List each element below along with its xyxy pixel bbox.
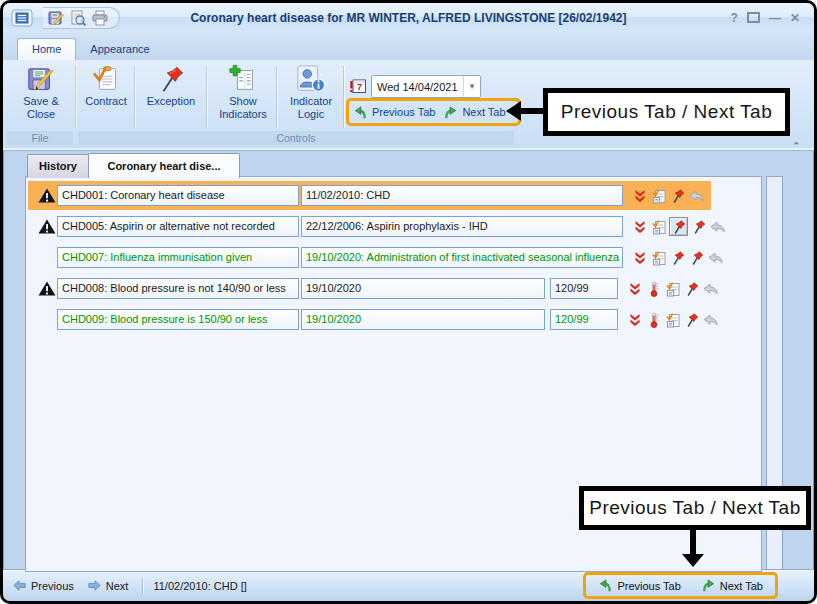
tab-history[interactable]: History	[27, 154, 89, 178]
save-close-button[interactable]: Save & Close	[11, 63, 71, 121]
window-title: Coronary heart disease for MR WINTER, AL…	[123, 11, 694, 25]
expand-icon[interactable]	[631, 187, 648, 204]
indicator-detail-field[interactable]: 11/02/2010: CHD	[301, 185, 623, 206]
previous-record-button[interactable]: Previous	[13, 580, 74, 592]
warning-icon	[38, 281, 56, 296]
app-menu-icon	[11, 9, 33, 27]
indicator-code-field[interactable]: CHD007: Influenza immunisation given	[57, 247, 299, 268]
undo-icon[interactable]	[688, 187, 705, 204]
app-window: Coronary heart disease for MR WINTER, AL…	[0, 0, 817, 604]
show-indicators-button[interactable]: Show Indicators	[211, 63, 275, 121]
indicator-detail-field[interactable]: 19/10/2020	[301, 278, 545, 299]
tab-home[interactable]: Home	[17, 38, 76, 60]
ribbon-tabstrip: Home Appearance	[3, 33, 814, 60]
row-actions	[631, 217, 726, 236]
indicator-row[interactable]: CHD007: Influenza immunisation given 19/…	[38, 246, 724, 269]
next-tab-button-statusbar[interactable]: Next Tab	[701, 578, 763, 593]
exception-flag-icon[interactable]	[669, 249, 686, 266]
previous-record-label: Previous	[31, 580, 74, 592]
close-icon[interactable]: ✕	[790, 12, 800, 24]
row-actions	[631, 187, 705, 204]
maximize-icon[interactable]	[747, 12, 760, 25]
indicator-value-field[interactable]: 120/99	[550, 309, 618, 330]
exception-flag-active-icon[interactable]	[669, 217, 688, 236]
exception-flag-icon[interactable]	[669, 187, 686, 204]
exception-flag-icon[interactable]	[690, 218, 707, 235]
minimize-icon[interactable]: —	[769, 12, 781, 24]
save-close-icon	[26, 63, 56, 95]
exception-label: Exception	[147, 95, 195, 108]
print-preview-icon[interactable]	[69, 9, 87, 27]
exception-button[interactable]: Exception	[139, 63, 203, 108]
titlebar: Coronary heart disease for MR WINTER, AL…	[3, 3, 814, 34]
undo-icon[interactable]	[709, 218, 726, 235]
contract-icon[interactable]	[664, 311, 681, 328]
thermometer-icon[interactable]	[645, 280, 662, 297]
file-group-caption: File	[7, 131, 73, 145]
expand-icon[interactable]	[626, 280, 643, 297]
expand-icon[interactable]	[626, 311, 643, 328]
controls-group-caption: Controls	[78, 131, 514, 145]
button-separator	[276, 66, 277, 128]
help-icon[interactable]: ?	[731, 12, 738, 24]
statusbar-tab-navigation: Previous Tab Next Tab	[583, 572, 778, 599]
indicator-rows: CHD001: Coronary heart disease 11/02/201…	[26, 177, 761, 331]
statusbar-divider	[142, 578, 143, 594]
expand-icon[interactable]	[631, 249, 648, 266]
contract-icon[interactable]	[664, 280, 681, 297]
app-menu-button[interactable]	[9, 7, 35, 29]
previous-tab-label-statusbar: Previous Tab	[617, 580, 680, 592]
indicator-row[interactable]: CHD008: Blood pressure is not 140/90 or …	[38, 277, 719, 300]
statusbar: Previous Next 11/02/2010: CHD [] Previou…	[3, 569, 814, 601]
exception-flag-icon[interactable]	[688, 249, 705, 266]
quick-access-toolbar	[43, 7, 120, 29]
indicator-row[interactable]: CHD001: Coronary heart disease 11/02/201…	[38, 184, 705, 207]
chevron-down-icon[interactable]: ▼	[463, 76, 480, 97]
collapse-ribbon-icon[interactable]: ⌃	[792, 141, 800, 151]
contract-button[interactable]: Contract	[80, 63, 132, 108]
next-tab-button[interactable]: Next Tab	[443, 105, 505, 120]
arrow-left-icon	[13, 580, 26, 591]
undo-icon[interactable]	[702, 280, 719, 297]
callout-bottom-arrowhead	[682, 554, 704, 567]
indicator-code-field[interactable]: CHD005: Aspirin or alternative not recor…	[57, 216, 299, 237]
indicator-row[interactable]: CHD009: Blood pressure is 150/90 or less…	[38, 308, 719, 331]
date-picker[interactable]: Wed 14/04/2021 ▼	[371, 75, 481, 98]
save-close-label: Save & Close	[17, 95, 65, 121]
indicator-logic-icon	[296, 63, 326, 95]
indicator-code-field[interactable]: CHD009: Blood pressure is 150/90 or less	[57, 309, 299, 330]
next-tab-label: Next Tab	[462, 106, 505, 118]
next-record-button[interactable]: Next	[88, 580, 129, 592]
expand-icon[interactable]	[631, 218, 648, 235]
indicator-logic-label: Indicator Logic	[280, 95, 342, 121]
indicator-detail-field[interactable]: 22/12/2006: Aspirin prophylaxis - IHD	[301, 216, 623, 237]
indicator-logic-button[interactable]: Indicator Logic	[280, 63, 342, 121]
thermometer-icon[interactable]	[645, 311, 662, 328]
button-separator	[134, 66, 135, 128]
indicator-value-field[interactable]: 120/99	[550, 278, 618, 299]
tab-appearance[interactable]: Appearance	[76, 39, 163, 60]
exception-flag-icon[interactable]	[683, 280, 700, 297]
indicator-detail-field[interactable]: 19/10/2020: Administration of first inac…	[301, 247, 623, 268]
window-controls: ? — ✕	[731, 12, 814, 25]
indicator-code-field[interactable]: CHD008: Blood pressure is not 140/90 or …	[57, 278, 299, 299]
undo-icon[interactable]	[702, 311, 719, 328]
contract-icon[interactable]	[650, 249, 667, 266]
indicator-code-field[interactable]: CHD001: Coronary heart disease	[57, 185, 299, 206]
curl-arrow-right-icon	[701, 578, 716, 593]
previous-tab-button-statusbar[interactable]: Previous Tab	[598, 578, 680, 593]
indicator-detail-field[interactable]: 19/10/2020	[301, 309, 545, 330]
date-picker-value: Wed 14/04/2021	[372, 81, 463, 93]
callout-bottom-arrow	[690, 530, 696, 554]
contract-icon[interactable]	[650, 218, 667, 235]
contract-icon[interactable]	[650, 187, 667, 204]
row-actions	[626, 311, 719, 328]
previous-tab-button[interactable]: Previous Tab	[353, 105, 435, 120]
callout-top-arrow	[520, 108, 544, 114]
print-icon[interactable]	[91, 9, 109, 27]
save-icon[interactable]	[47, 9, 65, 27]
exception-flag-icon[interactable]	[683, 311, 700, 328]
undo-icon[interactable]	[707, 249, 724, 266]
indicator-row[interactable]: CHD005: Aspirin or alternative not recor…	[38, 215, 726, 238]
tab-coronary-heart-disease[interactable]: Coronary heart dise...	[88, 153, 240, 178]
